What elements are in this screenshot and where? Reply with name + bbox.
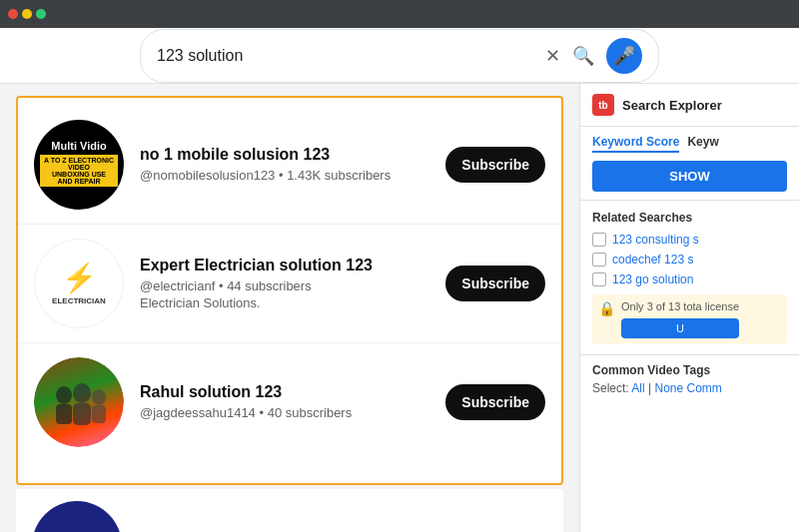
result-meta: @jagdeessahu1414 • 40 subscribers bbox=[140, 405, 429, 420]
list-item: codechef 123 s bbox=[592, 253, 787, 266]
locked-info: 🔒 Only 3 of 13 tota license U bbox=[592, 294, 787, 344]
related-searches-section: Related Searches 123 consulting s codech… bbox=[580, 201, 799, 355]
tb-logo-text: tb bbox=[598, 100, 607, 111]
svg-point-0 bbox=[56, 386, 72, 404]
related-link-3[interactable]: 123 go solution bbox=[612, 272, 693, 286]
subscribe-button[interactable]: Subscribe bbox=[445, 266, 545, 301]
search-input[interactable] bbox=[157, 47, 537, 65]
locked-content: Only 3 of 13 tota license U bbox=[621, 300, 739, 338]
svg-rect-1 bbox=[56, 404, 72, 424]
list-item: 123 consulting s bbox=[592, 233, 787, 247]
result-info: no 1 mobile solusion 123 @nomobilesolusi… bbox=[140, 146, 429, 185]
video-tags-section: Common Video Tags Select: All | None Com… bbox=[580, 355, 799, 403]
search-bar-area: ✕ 🔍 🎤 bbox=[0, 28, 799, 84]
result-title: Rahul solution 123 bbox=[140, 383, 429, 401]
table-row: Rahul solution 123 @jagdeessahu1414 • 40… bbox=[18, 343, 561, 461]
handle: @electricianf bbox=[140, 278, 215, 293]
tb-logo: tb bbox=[592, 94, 614, 116]
sidebar-title: Search Explorer bbox=[622, 98, 722, 113]
partial-result: Maths maths solution [123] genius bbox=[16, 489, 563, 532]
results-box: Multi Vidio A TO Z ELECTRONIC VIDEOUNBOX… bbox=[16, 96, 563, 485]
subscribers: 1.43K subscribers bbox=[287, 168, 391, 183]
mic-icon[interactable]: 🎤 bbox=[606, 38, 642, 74]
tab-keyword-2[interactable]: Keyw bbox=[687, 135, 718, 153]
result-info: Expert Electrician solution 123 @electri… bbox=[140, 257, 429, 310]
result-title: Expert Electrician solution 123 bbox=[140, 257, 429, 274]
separator: • bbox=[259, 405, 267, 420]
search-input-wrapper: ✕ 🔍 🎤 bbox=[140, 29, 659, 83]
select-label: Select: bbox=[592, 381, 629, 395]
result-meta: @nomobilesolusion123 • 1.43K subscribers bbox=[140, 168, 429, 183]
related-searches-title: Related Searches bbox=[592, 211, 787, 225]
dot-green bbox=[36, 9, 46, 19]
svg-rect-3 bbox=[73, 403, 91, 425]
table-row: Multi Vidio A TO Z ELECTRONIC VIDEOUNBOX… bbox=[18, 106, 561, 225]
table-row: ⚡ ELECTRICIAN Expert Electrician solutio… bbox=[18, 225, 561, 343]
lock-icon: 🔒 bbox=[598, 300, 615, 316]
video-tags-title: Common Video Tags bbox=[592, 363, 787, 377]
related-link-1[interactable]: 123 consulting s bbox=[612, 233, 699, 247]
result-description: Electrician Solutions. bbox=[140, 295, 429, 310]
separator: • bbox=[219, 278, 227, 293]
separator: • bbox=[279, 168, 287, 183]
subscribe-button[interactable]: Subscribe bbox=[445, 384, 545, 420]
search-icon[interactable]: 🔍 bbox=[572, 45, 594, 67]
sidebar: tb Search Explorer Keyword Score Keyw SH… bbox=[579, 84, 799, 532]
svg-rect-5 bbox=[92, 405, 106, 423]
main-content: Multi Vidio A TO Z ELECTRONIC VIDEOUNBOX… bbox=[0, 84, 799, 532]
avatar bbox=[34, 357, 124, 447]
search-icon-group: ✕ 🔍 🎤 bbox=[545, 38, 642, 74]
dot-yellow bbox=[22, 9, 32, 19]
checkbox-rel-3[interactable] bbox=[592, 272, 606, 286]
locked-text: Only 3 of 13 tota license bbox=[621, 300, 739, 312]
checkbox-rel-1[interactable] bbox=[592, 233, 606, 247]
result-meta: @electricianf • 44 subscribers bbox=[140, 278, 429, 293]
show-button[interactable]: SHOW bbox=[592, 161, 787, 192]
results-panel: Multi Vidio A TO Z ELECTRONIC VIDEOUNBOX… bbox=[0, 84, 579, 532]
svg-point-4 bbox=[92, 389, 106, 405]
clear-icon[interactable]: ✕ bbox=[545, 45, 560, 67]
subscribe-button[interactable]: Subscribe bbox=[445, 147, 545, 183]
electrician-icon: ⚡ bbox=[62, 262, 97, 294]
avatar: Multi Vidio A TO Z ELECTRONIC VIDEOUNBOX… bbox=[34, 120, 124, 210]
keyword-section: Keyword Score Keyw SHOW bbox=[580, 127, 799, 201]
avatar: Maths bbox=[32, 501, 122, 532]
video-tags-select-row: Select: All | None Comm bbox=[592, 381, 787, 395]
subscribers: 44 subscribers bbox=[227, 278, 312, 293]
select-comm-link[interactable]: Comm bbox=[687, 381, 722, 395]
select-none-link[interactable]: None bbox=[655, 381, 684, 395]
svg-point-2 bbox=[73, 383, 91, 403]
avatar-photo bbox=[34, 357, 124, 447]
sidebar-header: tb Search Explorer bbox=[580, 84, 799, 127]
people-silhouette bbox=[44, 367, 114, 437]
electrician-label: ELECTRICIAN bbox=[52, 296, 106, 305]
result-info: Rahul solution 123 @jagdeessahu1414 • 40… bbox=[140, 383, 429, 422]
dot-red bbox=[8, 9, 18, 19]
handle: @jagdeessahu1414 bbox=[140, 405, 256, 420]
keyword-tabs: Keyword Score Keyw bbox=[592, 135, 787, 153]
handle: @nomobilesolusion123 bbox=[140, 168, 275, 183]
tab-keyword-score[interactable]: Keyword Score bbox=[592, 135, 679, 153]
related-link-2[interactable]: codechef 123 s bbox=[612, 253, 693, 266]
select-all-link[interactable]: All bbox=[631, 381, 644, 395]
browser-top-bar bbox=[0, 0, 799, 28]
avatar: ⚡ ELECTRICIAN bbox=[34, 239, 124, 328]
result-title: no 1 mobile solusion 123 bbox=[140, 146, 429, 164]
subscribers: 40 subscribers bbox=[268, 405, 353, 420]
list-item: 123 go solution bbox=[592, 272, 787, 286]
checkbox-rel-2[interactable] bbox=[592, 253, 606, 266]
unlock-button[interactable]: U bbox=[621, 318, 739, 338]
